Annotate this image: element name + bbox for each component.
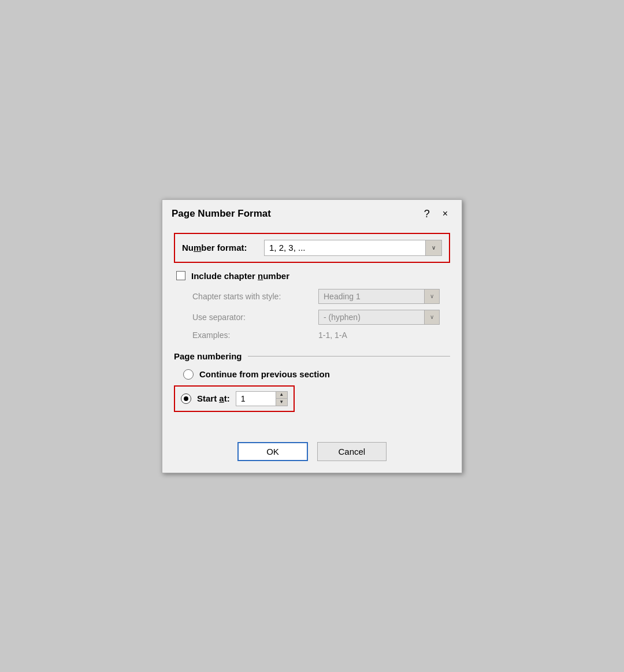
number-format-section: Number format: 1, 2, 3, ... ∨ (174, 233, 450, 263)
continue-radio-label: Continue from previous section (199, 369, 330, 379)
start-at-spinbox[interactable]: 1 ▲ ▼ (236, 391, 288, 406)
chapter-starts-value: Heading 1 (319, 291, 424, 302)
chapter-section: Chapter starts with style: Heading 1 ∨ U… (174, 289, 450, 340)
title-bar-controls: ? × (419, 207, 452, 221)
continue-radio[interactable] (183, 369, 194, 380)
start-at-section: Start at: 1 ▲ ▼ (174, 385, 295, 412)
page-numbering-header: Page numbering (174, 351, 450, 361)
number-format-row: Number format: 1, 2, 3, ... ∨ (182, 240, 442, 256)
radio-inner-dot (184, 396, 188, 401)
use-separator-dropdown[interactable]: - (hyphen) ∨ (318, 310, 440, 325)
include-chapter-label: Include chapter number (191, 271, 289, 281)
spinbox-up-button[interactable]: ▲ (276, 392, 287, 399)
include-chapter-row: Include chapter number (174, 271, 450, 281)
help-button[interactable]: ? (419, 207, 434, 221)
use-separator-row: Use separator: - (hyphen) ∨ (192, 310, 450, 325)
chapter-starts-dropdown[interactable]: Heading 1 ∨ (318, 289, 440, 304)
page-numbering-title: Page numbering (174, 351, 248, 361)
use-separator-dropdown-btn[interactable]: ∨ (424, 310, 439, 324)
chapter-starts-row: Chapter starts with style: Heading 1 ∨ (192, 289, 450, 304)
title-bar: Page Number Format ? × (162, 200, 462, 226)
chapter-starts-dropdown-btn[interactable]: ∨ (424, 289, 439, 303)
start-at-radio-wrapper: Start at: (181, 393, 230, 404)
ok-button[interactable]: OK (237, 442, 308, 461)
continue-radio-row: Continue from previous section (174, 369, 450, 380)
start-at-container: Start at: 1 ▲ ▼ (181, 391, 288, 406)
dialog-footer: OK Cancel (162, 435, 462, 473)
section-divider (248, 356, 450, 357)
dialog-title: Page Number Format (172, 208, 271, 220)
examples-value: 1-1, 1-A (318, 331, 347, 340)
number-format-value: 1, 2, 3, ... (265, 242, 425, 254)
dialog-body: Number format: 1, 2, 3, ... ∨ Include ch… (162, 226, 462, 435)
examples-row: Examples: 1-1, 1-A (192, 331, 450, 340)
page-number-format-dialog: Page Number Format ? × Number format: 1,… (162, 199, 462, 473)
use-separator-value: - (hyphen) (319, 311, 424, 323)
number-format-dropdown-btn[interactable]: ∨ (425, 240, 441, 255)
start-at-value: 1 (236, 392, 276, 406)
start-at-radio[interactable] (181, 393, 191, 404)
cancel-button[interactable]: Cancel (317, 442, 387, 461)
close-button[interactable]: × (438, 207, 452, 220)
include-chapter-checkbox[interactable] (176, 271, 185, 280)
spinbox-down-button[interactable]: ▼ (276, 399, 287, 406)
examples-label: Examples: (192, 331, 314, 340)
chapter-starts-label: Chapter starts with style: (192, 292, 314, 301)
start-at-label: Start at: (197, 393, 230, 403)
number-format-dropdown[interactable]: 1, 2, 3, ... ∨ (264, 240, 442, 256)
use-separator-label: Use separator: (192, 313, 314, 322)
number-format-label: Number format: (182, 243, 257, 253)
spinbox-buttons: ▲ ▼ (276, 392, 287, 406)
